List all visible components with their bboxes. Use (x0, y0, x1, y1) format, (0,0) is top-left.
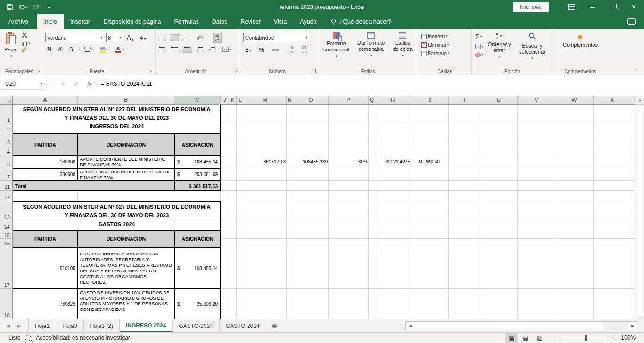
tabbar-splitter[interactable]: ⋮ (395, 319, 405, 332)
format-cells-button[interactable]: Formato▾ (421, 50, 449, 56)
row-header-11[interactable]: 11 (0, 181, 12, 191)
close-button[interactable]: × (623, 0, 644, 14)
format-painter-button[interactable] (22, 49, 30, 51)
cell-b7[interactable]: APORTE INVERSIÓN DEL MINISTERIO DE FINAN… (78, 168, 174, 181)
row-header-15[interactable]: 15 (0, 230, 12, 239)
font-dialog-launcher[interactable]: ↘ (149, 69, 153, 74)
tab-revisar[interactable]: Revisar (234, 14, 267, 29)
column-header-R[interactable]: R (375, 96, 411, 104)
column-header-W[interactable]: W (555, 96, 594, 104)
cell-a17[interactable]: 510105 (13, 247, 78, 289)
cell-acuerdo-ingresos[interactable]: SEGÚN ACUERDO MINISTERIAL Nº 027 DEL MIN… (13, 105, 221, 133)
cancel-formula-icon[interactable]: × (57, 80, 69, 87)
page-break-view-button[interactable]: ▥ (533, 333, 546, 343)
name-box-dropdown-icon[interactable]: ▾ (37, 82, 46, 86)
column-header-T[interactable]: T (449, 96, 480, 104)
enter-formula-icon[interactable]: ✓ (70, 80, 83, 87)
fill-button[interactable]: ↓▾ (475, 44, 484, 49)
align-right-button[interactable] (182, 46, 192, 53)
cell-total-valor[interactable]: $ 361.517,13 (174, 181, 221, 191)
column-header-X[interactable]: X (594, 96, 631, 104)
vertical-scroll-thumb[interactable] (637, 106, 643, 316)
column-header-Q[interactable]: Q (369, 96, 375, 104)
number-dialog-launcher[interactable]: ↘ (311, 69, 316, 74)
scroll-up-icon[interactable]: ▲ (636, 96, 644, 105)
clear-button[interactable]: ▾ (475, 53, 484, 57)
column-header-M[interactable]: M (244, 96, 287, 104)
row-header-1[interactable]: 1 (0, 105, 12, 123)
tab-ayuda[interactable]: Ayuda (293, 14, 323, 29)
row-header-2[interactable]: 2 (0, 123, 12, 133)
conditional-formatting-button[interactable]: Formato condicional ▾ (320, 31, 353, 60)
merge-center-button[interactable]: ↔▾ (221, 46, 233, 53)
font-color-button[interactable]: A▾ (114, 45, 126, 54)
name-box[interactable]: C20 ▾ (0, 78, 46, 90)
normal-view-button[interactable]: ▦ (505, 333, 518, 343)
align-top-button[interactable] (157, 35, 167, 41)
column-header-A[interactable]: A (13, 96, 78, 104)
number-format-combo[interactable]: Contabilidad▾ (243, 33, 309, 42)
autosum-button[interactable]: Σ▾ (475, 33, 484, 41)
sheet-nav-right-icon[interactable]: ▶ (17, 324, 21, 328)
column-header-J[interactable]: J (221, 96, 229, 104)
cell-m5[interactable]: 361517,13 (244, 155, 286, 168)
minimize-button[interactable] (582, 0, 603, 14)
select-all-corner[interactable] (0, 96, 13, 105)
scroll-right-icon[interactable]: ▶ (628, 322, 637, 330)
decrease-decimal-button[interactable]: ,00→0 (299, 45, 308, 55)
customize-qat-icon[interactable]: ▾ (47, 6, 51, 9)
sheet-tab-gasto-2024b[interactable]: GASTO 2024 (220, 319, 266, 332)
accessibility-status[interactable]: Accesibilidad: es necesario investigar (36, 335, 130, 341)
tab-insertar[interactable]: Insertar (64, 14, 97, 29)
zoom-out-button[interactable]: − (555, 335, 559, 342)
header-denominacion-ingresos[interactable]: DENOMINACION (78, 133, 174, 155)
tell-me-search[interactable]: ¿Qué desea hacer? (331, 14, 392, 29)
row-header-17[interactable]: 17 (0, 247, 12, 289)
cell-total-label[interactable]: Total (13, 181, 174, 191)
header-asignacion-gastos[interactable]: ASIGNACION (174, 230, 221, 247)
header-denominacion-gastos[interactable]: DENOMINACION (78, 230, 174, 247)
column-header-B[interactable]: B (78, 96, 174, 104)
tab-formulas[interactable]: Fórmulas (168, 14, 206, 29)
row-header-14[interactable]: 14 (0, 221, 12, 230)
align-bottom-button[interactable] (183, 35, 192, 41)
row-header-12[interactable]: 12 (0, 191, 12, 201)
tab-archivo[interactable]: Archivo (0, 14, 37, 29)
align-center-button[interactable] (170, 46, 179, 52)
ribbon-display-options-icon[interactable] (561, 0, 582, 14)
sheet-nav-left-icon[interactable]: ◀ (7, 324, 10, 328)
find-select-button[interactable]: Buscar y seleccionar ▾ (514, 31, 551, 63)
cell-c18[interactable]: $25.306,20 (174, 289, 221, 319)
redo-button[interactable]: ▾ (33, 4, 42, 10)
cell-c17[interactable]: $108.455,14 (174, 247, 221, 289)
clipboard-dialog-launcher[interactable]: ↘ (36, 69, 41, 74)
cell-styles-button[interactable]: Estilos de celda ▾ (389, 31, 416, 60)
sheet-tab-hoja3-2[interactable]: Hoja3 (2) (84, 319, 120, 332)
cell-c7[interactable]: $253.061,99 (174, 168, 221, 181)
cell-a5[interactable]: 180608 (13, 155, 78, 168)
row-header-7[interactable]: 7 (0, 168, 12, 181)
column-header-K[interactable]: K (229, 96, 237, 104)
restore-button[interactable] (603, 0, 623, 14)
zoom-slider-thumb[interactable] (585, 335, 587, 341)
column-header-V[interactable]: V (518, 96, 555, 104)
tab-disposicion[interactable]: Disposición de página (97, 14, 167, 29)
column-header-N[interactable]: N (287, 96, 293, 104)
comments-icon[interactable] (627, 18, 636, 25)
cell-c5[interactable]: $108.455,14 (174, 155, 221, 168)
decrease-indent-button[interactable]: ◂ (195, 46, 205, 52)
cell-a7[interactable]: 280608 (13, 168, 78, 181)
zoom-level[interactable]: 100% (618, 335, 636, 341)
collapse-ribbon-icon[interactable]: ⌃ (635, 68, 638, 73)
column-header-P[interactable]: P (329, 96, 369, 104)
cell-a18[interactable]: 730825 (13, 289, 78, 319)
sheet-tab-ingreso-2024[interactable]: INGRESO 2024 (120, 319, 173, 332)
sort-filter-button[interactable]: AZ▼ Ordenar y filtrar ▾ (485, 31, 514, 61)
undo-button[interactable]: ▾ (18, 4, 28, 10)
sheet-tab-gasto-2024a[interactable]: GASTO-2024 (173, 319, 219, 332)
underline-button[interactable]: S (67, 46, 75, 53)
column-header-S[interactable]: S (411, 96, 449, 104)
currency-format-button[interactable]: $▾ (243, 47, 253, 53)
insert-cells-button[interactable]: Insertar▾ (421, 33, 449, 39)
align-left-button[interactable] (157, 46, 167, 52)
